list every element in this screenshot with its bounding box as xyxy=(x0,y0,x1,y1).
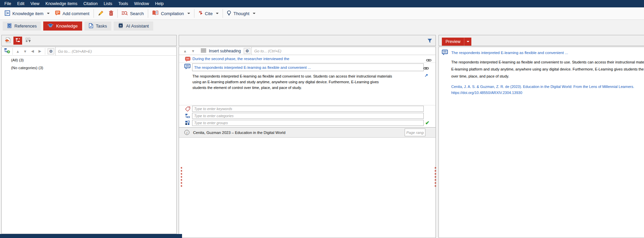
tree-item-no-categories[interactable]: (No categories) (3) xyxy=(11,66,43,70)
main-toolbar: Knowledge item Add comment Search Compil… xyxy=(0,7,644,20)
quotation-bubble-icon xyxy=(184,64,190,71)
core-statement-row xyxy=(179,63,435,72)
move-left-button[interactable]: ◀ xyxy=(29,49,36,53)
move-up-button[interactable]: ▲ xyxy=(14,49,21,53)
trash-icon xyxy=(109,10,113,17)
link-icon[interactable] xyxy=(426,57,431,63)
export-knowledge-button[interactable] xyxy=(3,37,12,45)
category-tree-icon xyxy=(15,38,20,44)
confirm-check-icon[interactable]: ✔ xyxy=(425,120,429,126)
tree-item-all[interactable]: (All) (3) xyxy=(11,58,24,62)
page-export-icon xyxy=(5,37,11,44)
toolbar-separator xyxy=(45,48,45,55)
compilation-button[interactable]: Compilation xyxy=(150,9,193,18)
page-range-input[interactable] xyxy=(405,129,425,136)
category-hierarchy-icon xyxy=(185,113,190,120)
chevron-down-icon xyxy=(47,13,50,14)
menu-knowledge-items[interactable]: Knowledge items xyxy=(43,0,80,7)
comment-text[interactable]: During the second phase, the researcher … xyxy=(192,57,289,61)
menu-file[interactable]: File xyxy=(1,0,14,7)
preview-panel: The respondents interpreted E-learning a… xyxy=(438,47,644,238)
preview-button[interactable]: Preview xyxy=(442,38,471,46)
menu-bar: File Edit View Knowledge items Citation … xyxy=(0,0,644,7)
chevron-down-icon xyxy=(467,41,469,42)
right-splitter-collapse-handle[interactable] xyxy=(434,167,437,187)
chevron-down-icon xyxy=(216,13,219,14)
task-page-icon xyxy=(89,23,93,29)
group-filter-view-button[interactable] xyxy=(24,37,33,45)
category-tree-view-button[interactable] xyxy=(13,37,22,45)
preview-body-line: E-learning platform and study anytime, a… xyxy=(451,67,644,71)
cite-icon: ” xyxy=(198,11,203,16)
info-icon[interactable]: i xyxy=(184,130,189,135)
core-statement-input[interactable] xyxy=(192,63,424,71)
keywords-input[interactable] xyxy=(192,106,424,112)
move-down-button[interactable]: ▼ xyxy=(21,49,29,53)
open-reference-arrow-icon[interactable]: ↗ xyxy=(424,73,428,78)
insert-subheading-button[interactable]: Insert subheading xyxy=(209,49,241,53)
toolbar-separator xyxy=(194,9,194,18)
knowledge-item-editor: ▲ ▼ Insert subheading ⚙ During the secon… xyxy=(179,47,436,238)
quotation-text-area[interactable]: The respondents interpreted E-learning a… xyxy=(179,72,435,105)
goto-settings-gear-icon[interactable]: ⚙ xyxy=(244,48,250,54)
subheading-lines-icon xyxy=(199,48,206,54)
preview-panel-header: Preview xyxy=(438,35,644,46)
edit-button[interactable] xyxy=(95,9,106,18)
keywords-row xyxy=(179,106,435,112)
knowledge-list-header xyxy=(179,35,436,46)
taskbar-fragment xyxy=(0,234,182,238)
category-goto-input[interactable] xyxy=(55,47,176,55)
menu-tools[interactable]: Tools xyxy=(115,0,131,7)
comment-row: During the second phase, the researcher … xyxy=(179,56,435,63)
goto-settings-gear-icon[interactable]: ⚙ xyxy=(48,48,54,54)
link-icon[interactable] xyxy=(423,65,429,72)
reference-label[interactable]: Cenita, Guzman 2023 – Education in the D… xyxy=(193,131,285,135)
item-down-button[interactable]: ▼ xyxy=(189,49,197,53)
quotation-bubble-icon xyxy=(442,50,448,57)
svg-text:AI: AI xyxy=(120,25,122,27)
preview-doi-link[interactable]: https://doi.org/10.48550/ARXIV.2304.1393… xyxy=(451,91,522,95)
quotation-line: students the element of control over tim… xyxy=(192,85,414,91)
cite-button[interactable]: ” Cite xyxy=(196,9,222,18)
categories-panel: ▲ ▼ ◀ ▶ ⚙ (All) (3) (No categories) (3) xyxy=(1,47,177,234)
tab-knowledge[interactable]: Knowledge xyxy=(43,21,82,31)
reference-bar: i Cenita, Guzman 2023 – Education in the… xyxy=(179,127,435,138)
lightbulb-icon xyxy=(227,10,231,17)
groups-input[interactable] xyxy=(192,120,424,126)
tab-tasks[interactable]: Tasks xyxy=(84,21,111,31)
menu-edit[interactable]: Edit xyxy=(14,0,27,7)
tab-references[interactable]: A References xyxy=(3,21,41,31)
compilation-icon xyxy=(152,10,159,16)
graduation-cap-icon xyxy=(48,23,53,29)
filter-icon[interactable] xyxy=(427,38,432,44)
move-right-button[interactable]: ▶ xyxy=(36,49,44,53)
tab-ai-assistant[interactable]: AI AI Assistant xyxy=(114,21,153,31)
menu-view[interactable]: View xyxy=(27,0,43,7)
chevron-down-icon xyxy=(187,13,190,14)
preview-title[interactable]: The respondents interpreted E-learning a… xyxy=(451,51,568,55)
categories-input[interactable] xyxy=(192,113,424,119)
groups-squares-icon xyxy=(185,121,190,127)
menu-citation[interactable]: Citation xyxy=(80,0,101,7)
preview-dropdown[interactable] xyxy=(464,38,471,46)
preview-body-line: The respondents interpreted E-learning a… xyxy=(451,60,644,64)
knowledge-item-icon xyxy=(5,10,10,17)
delete-button[interactable] xyxy=(106,9,116,18)
preview-citation[interactable]: Cenita, J. A. S. & Guzman, Z. R. de (202… xyxy=(451,85,634,89)
quotation-line: using an E-learning platform and study a… xyxy=(192,79,414,85)
search-icon xyxy=(122,11,128,16)
search-button[interactable]: Search xyxy=(119,9,147,18)
new-category-button[interactable] xyxy=(3,48,11,55)
knowledge-goto-input[interactable] xyxy=(251,47,435,55)
menu-window[interactable]: Window xyxy=(131,0,152,7)
left-splitter-collapse-handle[interactable] xyxy=(180,167,182,187)
item-up-button[interactable]: ▲ xyxy=(181,49,189,53)
add-comment-button[interactable]: Add comment xyxy=(52,9,92,18)
quotation-line: The respondents interpreted E-learning a… xyxy=(192,74,414,79)
menu-lists[interactable]: Lists xyxy=(101,0,115,7)
menu-help[interactable]: Help xyxy=(152,0,167,7)
workspace-tabs: A References Knowledge Tasks AI AI Assis… xyxy=(0,20,644,32)
knowledge-item-button[interactable]: Knowledge item xyxy=(2,9,52,18)
thought-button[interactable]: Thought xyxy=(224,9,258,18)
toolbar-separator xyxy=(148,9,148,18)
